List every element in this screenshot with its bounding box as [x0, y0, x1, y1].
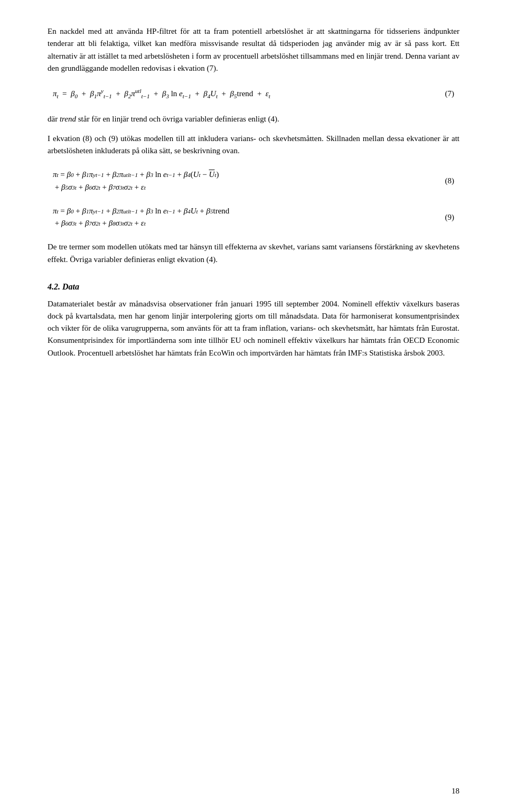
equation-8-block: πt = β0 + β1πyt−1 + β2πutlt−1 + β3 ln et…	[48, 169, 459, 193]
section-heading: 4.2. Data	[48, 281, 459, 294]
equation-8-number: (8)	[445, 175, 455, 187]
paragraph-5: Datamaterialet består av månadsvisa obse…	[48, 298, 459, 359]
equation-9-number: (9)	[445, 211, 455, 223]
paragraph-2: där trend står för en linjär trend och ö…	[48, 113, 459, 125]
equation-7-formula: πt = β0 + β1πyt−1 + β2πutlt−1 + β3 ln et…	[53, 86, 270, 101]
equation-9-formula: πt = β0 + β1πyt−1 + β2πutlt−1 + β3 ln et…	[53, 205, 435, 230]
equation-9-block: πt = β0 + β1πyt−1 + β2πutlt−1 + β3 ln et…	[48, 205, 459, 230]
paragraph-3-text: I ekvation (8) och (9) utökas modellen t…	[48, 134, 459, 155]
paragraph-2-trend: trend	[60, 115, 76, 123]
paragraph-2-where: där	[48, 115, 60, 123]
equation-8-formula: πt = β0 + β1πyt−1 + β2πutlt−1 + β3 ln et…	[53, 169, 435, 193]
page-number: 18	[452, 785, 459, 797]
equation-7-block: πt = β0 + β1πyt−1 + β2πutlt−1 + β3 ln et…	[48, 86, 459, 101]
section-heading-text: 4.2. Data	[48, 282, 79, 291]
paragraph-1-text: En nackdel med att använda HP-filtret fö…	[48, 27, 459, 72]
paragraph-2-rest: står för en linjär trend och övriga vari…	[76, 115, 279, 123]
paragraph-4-text: De tre termer som modellen utökats med t…	[48, 242, 459, 263]
paragraph-4: De tre termer som modellen utökats med t…	[48, 241, 459, 266]
page: En nackdel med att använda HP-filtret fö…	[0, 0, 507, 812]
equation-7-number: (7)	[445, 88, 455, 100]
paragraph-3: I ekvation (8) och (9) utökas modellen t…	[48, 133, 459, 157]
paragraph-1: En nackdel med att använda HP-filtret fö…	[48, 25, 459, 74]
paragraph-5-text: Datamaterialet består av månadsvisa obse…	[48, 300, 459, 357]
